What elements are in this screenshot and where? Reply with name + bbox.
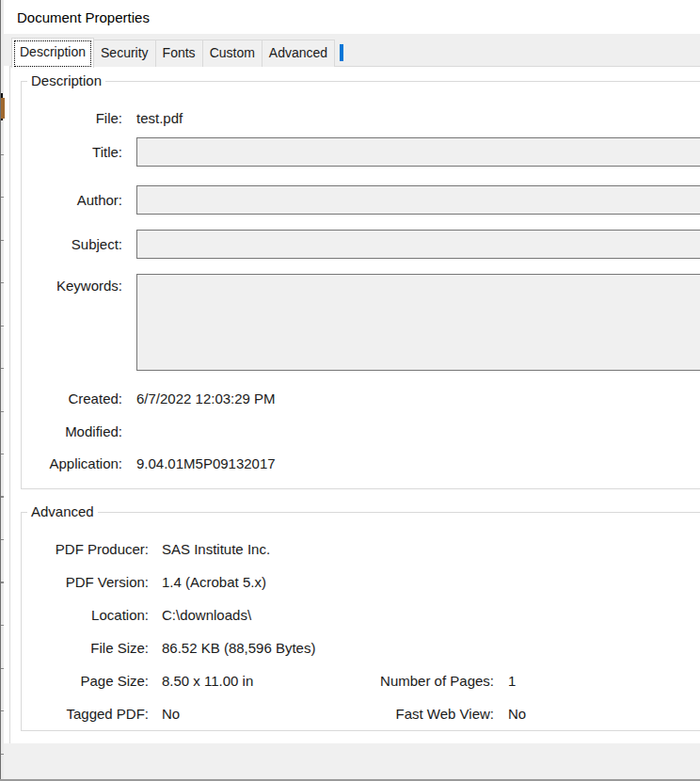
location-label: Location: [21,606,149,624]
blue-accent-artifact [340,44,343,61]
fast-web-view-label: Fast Web View: [358,705,494,723]
tab-description[interactable]: Description [11,38,94,68]
pdf-producer-row: PDF Producer: SAS Institute Inc. [0,540,700,559]
pdf-version-row: PDF Version: 1.4 (Acrobat 5.x) [0,573,700,592]
pdf-version-label: PDF Version: [21,573,149,591]
tab-custom[interactable]: Custom [202,40,262,67]
file-size-value: 86.52 KB (88,596 Bytes) [162,639,315,657]
page-size-value: 8.50 x 11.00 in [162,672,253,690]
page-size-label: Page Size: [21,672,149,690]
dialog-bottom-margin [4,743,700,781]
tagged-pdf-label: Tagged PDF: [21,705,149,723]
page-title: Document Properties [17,9,150,25]
subject-input[interactable] [136,230,700,259]
application-row: Application: 9.04.01M5P09132017 [0,454,700,473]
tab-security[interactable]: Security [93,40,156,67]
author-input[interactable] [136,185,700,215]
keywords-label: Keywords: [21,277,122,295]
advanced-legend: Advanced [27,503,98,519]
modified-label: Modified: [21,422,122,440]
tagged-pdf-row: Tagged PDF: No Fast Web View: No [0,705,700,724]
pdf-producer-value: SAS Institute Inc. [162,540,270,558]
file-value: test.pdf [136,109,183,127]
tab-advanced-label: Advanced [269,45,327,60]
file-row: File: test.pdf [0,109,700,128]
fast-web-view-value: No [508,705,526,723]
title-input[interactable] [136,137,700,167]
file-size-row: File Size: 86.52 KB (88,596 Bytes) [0,639,700,658]
created-label: Created: [21,390,122,407]
application-label: Application: [21,454,122,472]
focus-rectangle [14,40,91,67]
created-value: 6/7/2022 12:03:29 PM [136,390,276,407]
location-value: C:\downloads\ [162,606,251,624]
number-of-pages-label: Number of Pages: [358,672,494,690]
author-label: Author: [21,191,122,209]
application-value: 9.04.01M5P09132017 [136,454,276,472]
tab-fonts-label: Fonts [163,45,196,60]
modified-row: Modified: [0,422,700,441]
pdf-version-value: 1.4 (Acrobat 5.x) [162,573,266,591]
tab-security-label: Security [101,45,149,60]
page-size-row: Page Size: 8.50 x 11.00 in Number of Pag… [0,672,700,691]
description-legend: Description [27,72,105,88]
tab-advanced[interactable]: Advanced [262,40,335,67]
pdf-producer-label: PDF Producer: [21,540,149,558]
tab-custom-label: Custom [210,45,255,60]
number-of-pages-value: 1 [508,672,516,690]
subject-label: Subject: [21,235,122,253]
document-properties-dialog: Document Properties Description Security… [0,0,700,781]
title-label: Title: [21,143,122,161]
file-label: File: [21,109,122,127]
keywords-textarea[interactable] [136,274,700,371]
tab-list: Description Security Fonts Custom Advanc… [11,38,334,67]
title-bar[interactable]: Document Properties [4,0,700,34]
tab-fonts[interactable]: Fonts [155,40,203,67]
location-row: Location: C:\downloads\ [0,606,700,625]
created-row: Created: 6/7/2022 12:03:29 PM [0,390,700,408]
file-size-label: File Size: [21,639,149,657]
tagged-pdf-value: No [162,705,180,723]
